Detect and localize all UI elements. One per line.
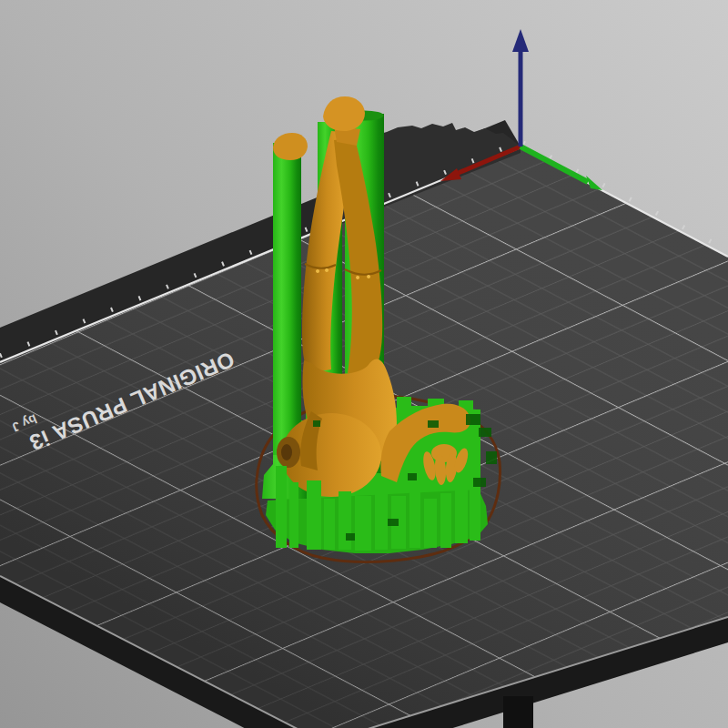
bed-foot-block: [503, 696, 533, 728]
axis-z-arrow: [512, 29, 529, 52]
model-ear-inner: [281, 444, 292, 460]
scene-canvas: ORIGINAL PRUSA i3 by J: [0, 0, 728, 728]
model-foot-left: [273, 133, 308, 160]
slicer-3d-viewport[interactable]: ORIGINAL PRUSA i3 by J: [0, 0, 728, 728]
model-foot-right: [323, 96, 365, 131]
